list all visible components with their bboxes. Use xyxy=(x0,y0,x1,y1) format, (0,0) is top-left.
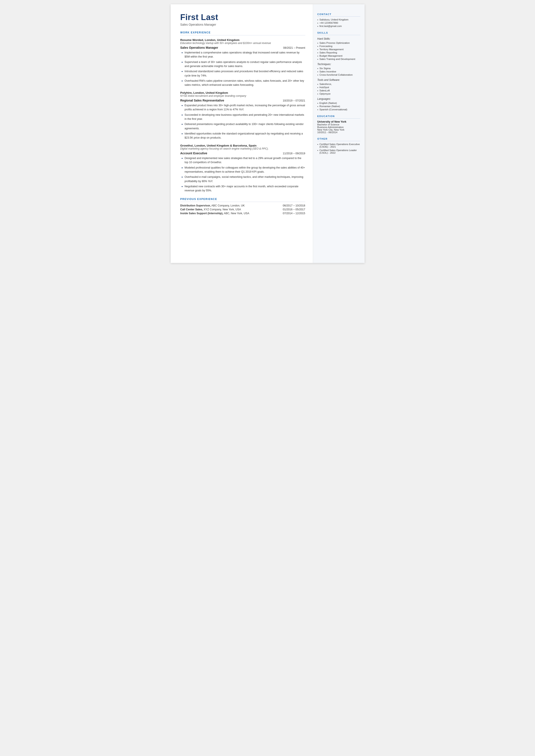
edu-dates: 10/2011 - 06/2014 xyxy=(317,131,360,134)
company-block-resume-worded: Resume Worded, London, United Kingdom Ed… xyxy=(180,38,305,87)
company-name-3: Growthsi, xyxy=(180,144,194,147)
company-name-2: Polyhire, xyxy=(180,91,193,95)
bullet-1-3: Introduced standardized sales processes … xyxy=(182,70,305,78)
bullet-list-2: Expanded product lines into 30+ high-pro… xyxy=(180,103,305,140)
language-1: English (Native) xyxy=(317,101,360,104)
role-line-1: Sales Operations Manager 08/2021 – Prese… xyxy=(180,46,305,49)
contact-location: Salisbury, United Kingdom xyxy=(317,18,360,21)
contact-email: first.last@gmail.com xyxy=(317,24,360,28)
main-column: First Last Sales Operations Manager WORK… xyxy=(171,4,313,263)
role-dates-1: 08/2021 – Present xyxy=(283,46,305,49)
prev-rest-1: ABC Company, London, UK xyxy=(211,204,245,207)
bullet-1-2: Supervised a team of 30+ sales operation… xyxy=(182,60,305,69)
bullet-3-2: Modeled professional qualities for colle… xyxy=(182,166,305,174)
bullet-2-2: Succeeded in developing new business opp… xyxy=(182,113,305,121)
role-title-3: Account Executive xyxy=(180,152,207,155)
role-line-2: Regional Sales Representative 10/2019 – … xyxy=(180,99,305,102)
other-list: Certified Sales Operations Executive (CS… xyxy=(317,142,360,154)
bullet-2-1: Expanded product lines into 30+ high-pro… xyxy=(182,103,305,112)
skill-6: Sales Training and Development xyxy=(317,57,360,61)
edu-location: New York City, New York xyxy=(317,128,360,131)
contact-list: Salisbury, United Kingdom +44 1234567890… xyxy=(317,18,360,28)
other-item-1: Certified Sales Operations Executive (CS… xyxy=(317,142,360,149)
company-name-line-3: Growthsi, London, United Kingdom & Barce… xyxy=(180,144,305,147)
techniques-list: Six Sigma Sales Incentive Cross-function… xyxy=(317,67,360,76)
company-block-growthsi: Growthsi, London, United Kingdom & Barce… xyxy=(180,144,305,193)
skill-5: Budget Management xyxy=(317,54,360,57)
last-name: Last xyxy=(201,13,218,22)
role-title-1: Sales Operations Manager xyxy=(180,46,218,49)
company-desc-3: Digital marketing agency focusing on sea… xyxy=(180,147,305,150)
technique-3: Cross-functional Collaboration xyxy=(317,73,360,76)
edu-degree: Bachelor of Science xyxy=(317,123,360,126)
job-title: Sales Operations Manager xyxy=(180,23,305,26)
prev-exp-dates-3: 07/2014 – 12/2015 xyxy=(262,211,305,215)
tool-3: SalesLoft xyxy=(317,89,360,92)
language-2: Romanian (Native) xyxy=(317,104,360,108)
company-location-1: London, United Kingdom xyxy=(204,38,239,42)
bullet-2-3: Delivered presentations regarding produc… xyxy=(182,122,305,130)
prev-exp-title-3: Inside Sales Support (Internship), ABC, … xyxy=(180,211,262,215)
role-dates-2: 10/2019 – 07/2021 xyxy=(283,99,305,102)
company-name-1: Resume Worded, xyxy=(180,38,204,42)
prev-exp-dates-2: 01/2016 – 05/2017 xyxy=(262,208,305,211)
bullet-3-3: Overhauled e-mail campaigns, social netw… xyxy=(182,175,305,183)
skill-1: Sales Process Optimization xyxy=(317,41,360,44)
role-line-3: Account Executive 11/2018 – 09/2019 xyxy=(180,152,305,155)
bullet-1-4: Overhauled RW's sales pipeline conversio… xyxy=(182,79,305,87)
resume-container: First Last Sales Operations Manager WORK… xyxy=(171,4,365,263)
tool-2: HubSpot xyxy=(317,86,360,89)
contact-section-header: CONTACT xyxy=(317,13,360,16)
prev-rest-3: ABC, New York, USA xyxy=(223,212,249,215)
bullet-1-1: Implemented a comprehensive sales operat… xyxy=(182,51,305,59)
other-section-header: OTHER xyxy=(317,137,360,141)
previous-experience-table: Distribution Supervisor, ABC Company, Lo… xyxy=(180,204,305,215)
skill-3: Territory Management xyxy=(317,48,360,51)
bullet-list-3: Designed and implemented new sales strat… xyxy=(180,156,305,193)
company-block-polyhire: Polyhire, London, United Kingdom NYSE-li… xyxy=(180,91,305,140)
prev-exp-row-2: Call Center Sales, XYZ Company, New York… xyxy=(180,208,305,211)
prev-bold-3: Inside Sales Support (Internship), xyxy=(180,212,223,215)
education-section-header: EDUCATION xyxy=(317,115,360,119)
first-name: First xyxy=(180,13,199,22)
company-location-2: London, United Kingdom xyxy=(193,91,228,95)
tool-4: Optymyze xyxy=(317,92,360,95)
technique-2: Sales Incentive xyxy=(317,70,360,73)
full-name: First Last xyxy=(180,13,305,22)
skills-cat-languages: Languages: xyxy=(317,98,360,100)
language-3: Spanish (Conversational) xyxy=(317,108,360,111)
languages-list: English (Native) Romanian (Native) Spani… xyxy=(317,101,360,111)
role-dates-3: 11/2018 – 09/2019 xyxy=(283,152,305,155)
skills-section-header: SKILLS xyxy=(317,32,360,35)
edu-field: Business Administration xyxy=(317,126,360,128)
role-title-2: Regional Sales Representative xyxy=(180,99,224,102)
tool-1: Salesforce, xyxy=(317,82,360,86)
prev-bold-2: Call Center Sales, xyxy=(180,208,203,211)
prev-bold-1: Distribution Supervisor, xyxy=(180,204,211,207)
prev-rest-2: XYZ Company, New York, USA xyxy=(203,208,241,211)
company-desc-2: NYSE-listed recruitment and employer bra… xyxy=(180,95,305,98)
contact-phone: +44 1234567890 xyxy=(317,21,360,24)
skills-cat-tools: Tools and Software: xyxy=(317,78,360,81)
prev-exp-dates-1: 06/2017 – 10/2018 xyxy=(262,204,305,208)
skill-2: Forecasting xyxy=(317,44,360,48)
skills-cat-techniques: Techniques: xyxy=(317,63,360,66)
prev-exp-row-3: Inside Sales Support (Internship), ABC, … xyxy=(180,211,305,215)
company-name-line-1: Resume Worded, London, United Kingdom xyxy=(180,38,305,42)
company-location-3: London, United Kingdom & Barcelona, Spai… xyxy=(194,144,257,147)
bullet-list-1: Implemented a comprehensive sales operat… xyxy=(180,51,305,87)
bullet-3-1: Designed and implemented new sales strat… xyxy=(182,156,305,165)
company-desc-1: Education technology startup with 50+ em… xyxy=(180,42,305,44)
work-experience-section-header: WORK EXPERIENCE xyxy=(180,31,305,35)
bullet-2-4: Identified opportunities outside the sta… xyxy=(182,132,305,140)
technique-1: Six Sigma xyxy=(317,67,360,70)
hard-skills-list: Sales Process Optimization Forecasting T… xyxy=(317,41,360,61)
previous-experience-section-header: PREVIOUS EXPERIENCE xyxy=(180,198,305,202)
other-item-2: Certified Sales Operations Leader (CSOL)… xyxy=(317,149,360,154)
prev-exp-title-2: Call Center Sales, XYZ Company, New York… xyxy=(180,208,262,211)
header-section: First Last Sales Operations Manager xyxy=(180,13,305,26)
tools-list: Salesforce, HubSpot SalesLoft Optymyze xyxy=(317,82,360,95)
company-name-line-2: Polyhire, London, United Kingdom xyxy=(180,91,305,95)
skill-4: Sales Reporting xyxy=(317,51,360,54)
prev-exp-row-1: Distribution Supervisor, ABC Company, Lo… xyxy=(180,204,305,208)
